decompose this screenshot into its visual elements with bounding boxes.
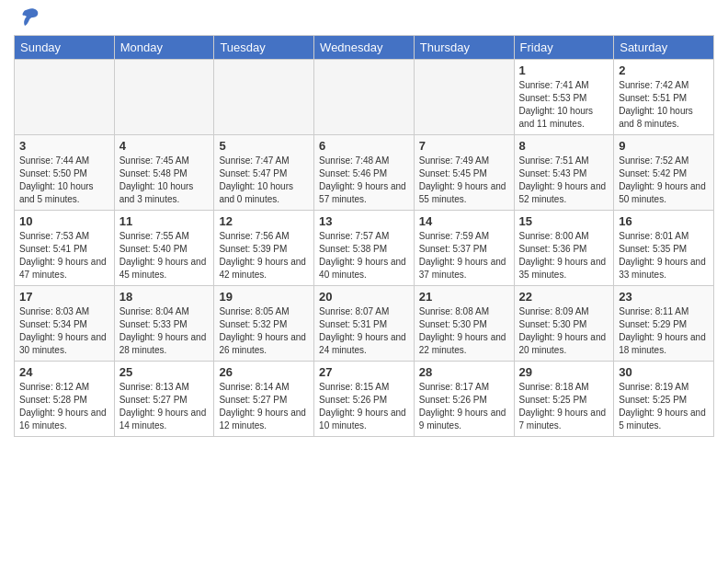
- calendar-cell: 14Sunrise: 7:59 AM Sunset: 5:37 PM Dayli…: [414, 211, 514, 286]
- day-number: 18: [119, 290, 210, 304]
- day-number: 20: [319, 290, 409, 304]
- calendar-cell: 3Sunrise: 7:44 AM Sunset: 5:50 PM Daylig…: [15, 135, 115, 211]
- day-number: 27: [319, 365, 409, 379]
- day-header-wednesday: Wednesday: [314, 36, 415, 60]
- day-info: Sunrise: 7:55 AM Sunset: 5:40 PM Dayligh…: [119, 230, 210, 282]
- calendar-cell: 21Sunrise: 8:08 AM Sunset: 5:30 PM Dayli…: [414, 286, 514, 362]
- day-info: Sunrise: 8:07 AM Sunset: 5:31 PM Dayligh…: [319, 305, 409, 357]
- day-number: 30: [619, 365, 709, 379]
- calendar-cell: [214, 60, 314, 135]
- day-number: 7: [419, 139, 509, 153]
- day-info: Sunrise: 8:19 AM Sunset: 5:25 PM Dayligh…: [619, 381, 709, 432]
- calendar-cell: 24Sunrise: 8:12 AM Sunset: 5:28 PM Dayli…: [15, 362, 115, 437]
- day-info: Sunrise: 7:57 AM Sunset: 5:38 PM Dayligh…: [319, 230, 409, 282]
- calendar-cell: 30Sunrise: 8:19 AM Sunset: 5:25 PM Dayli…: [614, 362, 714, 437]
- calendar-cell: [15, 60, 115, 135]
- day-header-tuesday: Tuesday: [214, 36, 314, 60]
- calendar-cell: 29Sunrise: 8:18 AM Sunset: 5:25 PM Dayli…: [514, 362, 614, 437]
- calendar-cell: [314, 60, 415, 135]
- day-info: Sunrise: 7:52 AM Sunset: 5:42 PM Dayligh…: [619, 155, 709, 206]
- day-info: Sunrise: 7:48 AM Sunset: 5:46 PM Dayligh…: [319, 155, 409, 206]
- day-info: Sunrise: 8:17 AM Sunset: 5:26 PM Dayligh…: [419, 381, 509, 432]
- page: SundayMondayTuesdayWednesdayThursdayFrid…: [0, 0, 728, 446]
- day-number: 1: [519, 63, 609, 77]
- day-info: Sunrise: 8:00 AM Sunset: 5:36 PM Dayligh…: [519, 230, 609, 282]
- day-number: 9: [619, 139, 709, 153]
- day-number: 17: [19, 290, 109, 304]
- calendar-cell: 23Sunrise: 8:11 AM Sunset: 5:29 PM Dayli…: [614, 286, 714, 362]
- calendar-cell: 20Sunrise: 8:07 AM Sunset: 5:31 PM Dayli…: [314, 286, 415, 362]
- day-info: Sunrise: 8:14 AM Sunset: 5:27 PM Dayligh…: [219, 381, 309, 432]
- day-header-friday: Friday: [514, 36, 614, 60]
- day-header-saturday: Saturday: [614, 36, 714, 60]
- calendar-cell: 25Sunrise: 8:13 AM Sunset: 5:27 PM Dayli…: [114, 362, 214, 437]
- day-number: 29: [519, 365, 609, 379]
- day-info: Sunrise: 7:45 AM Sunset: 5:48 PM Dayligh…: [119, 155, 210, 206]
- calendar-cell: 8Sunrise: 7:51 AM Sunset: 5:43 PM Daylig…: [514, 135, 614, 211]
- day-header-monday: Monday: [114, 36, 214, 60]
- day-info: Sunrise: 8:18 AM Sunset: 5:25 PM Dayligh…: [519, 381, 609, 432]
- calendar-cell: 27Sunrise: 8:15 AM Sunset: 5:26 PM Dayli…: [314, 362, 415, 437]
- day-number: 24: [19, 365, 109, 379]
- day-info: Sunrise: 7:56 AM Sunset: 5:39 PM Dayligh…: [219, 230, 309, 282]
- day-info: Sunrise: 8:01 AM Sunset: 5:35 PM Dayligh…: [619, 230, 709, 282]
- day-number: 26: [219, 365, 309, 379]
- day-info: Sunrise: 8:05 AM Sunset: 5:32 PM Dayligh…: [219, 305, 309, 357]
- calendar-cell: 11Sunrise: 7:55 AM Sunset: 5:40 PM Dayli…: [114, 211, 214, 286]
- day-info: Sunrise: 8:11 AM Sunset: 5:29 PM Dayligh…: [619, 305, 709, 357]
- day-info: Sunrise: 7:42 AM Sunset: 5:51 PM Dayligh…: [619, 79, 709, 131]
- day-number: 21: [419, 290, 509, 304]
- day-info: Sunrise: 7:44 AM Sunset: 5:50 PM Dayligh…: [19, 155, 109, 206]
- week-row-1: 3Sunrise: 7:44 AM Sunset: 5:50 PM Daylig…: [15, 135, 714, 211]
- day-number: 22: [519, 290, 609, 304]
- day-info: Sunrise: 8:09 AM Sunset: 5:30 PM Dayligh…: [519, 305, 609, 357]
- day-info: Sunrise: 8:08 AM Sunset: 5:30 PM Dayligh…: [419, 305, 509, 357]
- calendar-cell: 5Sunrise: 7:47 AM Sunset: 5:47 PM Daylig…: [214, 135, 314, 211]
- day-number: 11: [119, 214, 210, 228]
- day-info: Sunrise: 8:04 AM Sunset: 5:33 PM Dayligh…: [119, 305, 210, 357]
- calendar-cell: 16Sunrise: 8:01 AM Sunset: 5:35 PM Dayli…: [614, 211, 714, 286]
- calendar-cell: 22Sunrise: 8:09 AM Sunset: 5:30 PM Dayli…: [514, 286, 614, 362]
- day-number: 6: [319, 139, 409, 153]
- calendar-cell: 28Sunrise: 8:17 AM Sunset: 5:26 PM Dayli…: [414, 362, 514, 437]
- logo-bird-icon: [16, 6, 41, 31]
- day-header-thursday: Thursday: [414, 36, 514, 60]
- calendar-cell: 18Sunrise: 8:04 AM Sunset: 5:33 PM Dayli…: [114, 286, 214, 362]
- calendar-cell: 12Sunrise: 7:56 AM Sunset: 5:39 PM Dayli…: [214, 211, 314, 286]
- day-number: 15: [519, 214, 609, 228]
- day-info: Sunrise: 7:49 AM Sunset: 5:45 PM Dayligh…: [419, 155, 509, 206]
- day-number: 8: [519, 139, 609, 153]
- day-number: 3: [19, 139, 109, 153]
- day-info: Sunrise: 7:41 AM Sunset: 5:53 PM Dayligh…: [519, 79, 609, 131]
- calendar-cell: 1Sunrise: 7:41 AM Sunset: 5:53 PM Daylig…: [514, 60, 614, 135]
- week-row-3: 17Sunrise: 8:03 AM Sunset: 5:34 PM Dayli…: [15, 286, 714, 362]
- week-row-2: 10Sunrise: 7:53 AM Sunset: 5:41 PM Dayli…: [15, 211, 714, 286]
- calendar-cell: 10Sunrise: 7:53 AM Sunset: 5:41 PM Dayli…: [15, 211, 115, 286]
- calendar-cell: [114, 60, 214, 135]
- day-number: 28: [419, 365, 509, 379]
- day-info: Sunrise: 7:51 AM Sunset: 5:43 PM Dayligh…: [519, 155, 609, 206]
- day-number: 5: [219, 139, 309, 153]
- calendar-cell: 2Sunrise: 7:42 AM Sunset: 5:51 PM Daylig…: [614, 60, 714, 135]
- logo: [14, 9, 41, 28]
- day-info: Sunrise: 8:12 AM Sunset: 5:28 PM Dayligh…: [19, 381, 109, 432]
- day-number: 19: [219, 290, 309, 304]
- calendar-cell: 15Sunrise: 8:00 AM Sunset: 5:36 PM Dayli…: [514, 211, 614, 286]
- day-number: 13: [319, 214, 409, 228]
- day-info: Sunrise: 8:03 AM Sunset: 5:34 PM Dayligh…: [19, 305, 109, 357]
- day-info: Sunrise: 7:53 AM Sunset: 5:41 PM Dayligh…: [19, 230, 109, 282]
- day-number: 10: [19, 214, 109, 228]
- calendar-cell: 13Sunrise: 7:57 AM Sunset: 5:38 PM Dayli…: [314, 211, 415, 286]
- day-info: Sunrise: 8:15 AM Sunset: 5:26 PM Dayligh…: [319, 381, 409, 432]
- day-number: 14: [419, 214, 509, 228]
- day-number: 25: [119, 365, 210, 379]
- calendar-cell: 17Sunrise: 8:03 AM Sunset: 5:34 PM Dayli…: [15, 286, 115, 362]
- day-number: 23: [619, 290, 709, 304]
- day-info: Sunrise: 7:47 AM Sunset: 5:47 PM Dayligh…: [219, 155, 309, 206]
- header: [14, 9, 714, 28]
- calendar-cell: 26Sunrise: 8:14 AM Sunset: 5:27 PM Dayli…: [214, 362, 314, 437]
- day-info: Sunrise: 7:59 AM Sunset: 5:37 PM Dayligh…: [419, 230, 509, 282]
- week-row-4: 24Sunrise: 8:12 AM Sunset: 5:28 PM Dayli…: [15, 362, 714, 437]
- day-info: Sunrise: 8:13 AM Sunset: 5:27 PM Dayligh…: [119, 381, 210, 432]
- calendar-table: SundayMondayTuesdayWednesdayThursdayFrid…: [14, 35, 714, 437]
